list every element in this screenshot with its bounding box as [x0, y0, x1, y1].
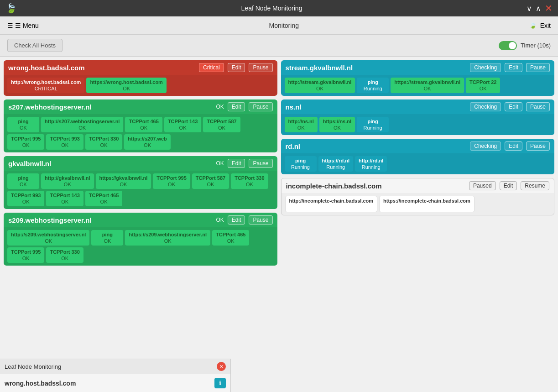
- service-tile[interactable]: TCPPort 587OK: [192, 173, 229, 189]
- status-ok-s209: OK: [216, 217, 224, 223]
- host-name-stream: stream.gkvalbnwll.nl: [286, 64, 467, 72]
- service-tile[interactable]: TCPPort 995OK: [153, 173, 190, 189]
- service-tile[interactable]: http://s207.webhostingserver.nlOK: [41, 117, 123, 132]
- host-card-wrong-host: wrong.host.badssl.com Critical Edit Paus…: [4, 60, 277, 96]
- pause-button-s209[interactable]: Pause: [249, 215, 272, 225]
- service-tile[interactable]: https://gkvalbnwll.nlOK: [96, 173, 151, 189]
- service-tile[interactable]: http://wrong.host.badssl.com CRITICAL: [7, 78, 84, 93]
- status-checking-rd: Checking: [470, 141, 501, 151]
- restore-button[interactable]: ∧: [536, 4, 541, 13]
- edit-button-incomplete[interactable]: Edit: [500, 181, 517, 190]
- menu-label: ☰ Menu: [15, 22, 39, 29]
- notification-title: Leaf Node Monitoring: [5, 363, 61, 370]
- toggle-knob: [509, 42, 516, 49]
- notification-close-button[interactable]: ×: [217, 362, 226, 371]
- service-tile[interactable]: http://ns.nlOK: [285, 117, 318, 132]
- service-tile[interactable]: https://ns.nlOK: [319, 117, 355, 132]
- pause-button-ns[interactable]: Pause: [526, 102, 550, 111]
- edit-button-ns[interactable]: Edit: [505, 102, 522, 111]
- service-tile[interactable]: pingRunning: [357, 117, 389, 132]
- status-ok-gkvalbnwll: OK: [216, 160, 224, 167]
- menu-center-label: Monitoring: [269, 22, 299, 29]
- services-grid-rd: pingRunning https://rd.nlRunning http://…: [281, 153, 555, 174]
- host-header-s209: s209.webhostingserver.nl OK Edit Pause: [4, 213, 277, 227]
- service-tile[interactable]: http://incomplete-chain.badssl.com: [285, 196, 378, 212]
- pause-button-gkvalbnwll[interactable]: Pause: [249, 159, 272, 168]
- host-header-stream: stream.gkvalbnwll.nl Checking Edit Pause: [281, 60, 555, 75]
- service-tile[interactable]: pingOK: [7, 117, 39, 132]
- right-column: stream.gkvalbnwll.nl Checking Edit Pause…: [279, 60, 555, 388]
- window-controls: ∨ ∧ ✕: [527, 3, 553, 14]
- close-button[interactable]: ✕: [545, 3, 553, 14]
- service-tile[interactable]: TCPPort 465OK: [212, 230, 249, 246]
- service-tile[interactable]: http://stream.gkvalbnwll.nlOK: [285, 78, 355, 93]
- status-ok-s207: OK: [216, 104, 224, 110]
- title-bar: 🍃 Leaf Node Monitoring ∨ ∧ ✕: [0, 0, 558, 16]
- service-tile[interactable]: TCPPort 330OK: [231, 173, 268, 189]
- menu-button[interactable]: ☰ ☰ Menu: [7, 22, 39, 29]
- service-tile[interactable]: http://s209.webhostingserver.nlOK: [7, 230, 89, 246]
- service-tile[interactable]: http://rd.nlRunning: [355, 156, 387, 172]
- service-tile[interactable]: TCPPort 143OK: [46, 191, 83, 206]
- left-column: wrong.host.badssl.com Critical Edit Paus…: [4, 60, 279, 388]
- leaf-logo-icon: 🍃: [5, 3, 17, 14]
- service-tile[interactable]: https://incomplete-chain.badssl.com: [379, 196, 475, 212]
- status-checking-stream: Checking: [470, 63, 501, 72]
- exit-button[interactable]: Exit: [540, 22, 551, 29]
- status-badge-critical: Critical: [199, 63, 224, 72]
- pause-button-rd[interactable]: Pause: [526, 141, 550, 151]
- service-tile[interactable]: TCPPort 993OK: [46, 134, 83, 150]
- service-tile[interactable]: TCPPort 22OK: [466, 78, 500, 93]
- service-tile[interactable]: TCPPort 330OK: [85, 134, 122, 150]
- service-tile[interactable]: pingRunning: [285, 156, 317, 172]
- host-card-s207: s207.webhostingserver.nl OK Edit Pause p…: [4, 99, 277, 152]
- pause-button-s207[interactable]: Pause: [249, 102, 272, 111]
- services-grid-gkvalbnwll: pingOK http://gkvalbnwll.nlOK https://gk…: [4, 171, 277, 209]
- edit-button-s207[interactable]: Edit: [228, 102, 245, 111]
- host-name-wrong-host: wrong.host.badssl.com: [8, 64, 195, 72]
- host-header-wrong-host: wrong.host.badssl.com Critical Edit Paus…: [4, 60, 277, 75]
- service-tile[interactable]: TCPPort 995OK: [7, 134, 44, 150]
- service-tile[interactable]: TCPPort 330OK: [46, 247, 83, 263]
- service-tile[interactable]: TCPPort 465OK: [85, 191, 122, 206]
- host-card-rd: rd.nl Checking Edit Pause pingRunning ht…: [281, 139, 555, 174]
- service-tile[interactable]: pingOK: [7, 173, 39, 189]
- host-card-ns: ns.nl Checking Edit Pause http://ns.nlOK…: [281, 99, 555, 135]
- app-title: Leaf Node Monitoring: [17, 5, 527, 12]
- service-tile[interactable]: https://wrong.host.badssl.com OK: [86, 78, 167, 93]
- service-tile[interactable]: TCPPort 993OK: [7, 191, 44, 206]
- service-tile[interactable]: https://stream.gkvalbnwll.nlOK: [391, 78, 464, 93]
- service-tile[interactable]: TCPPort 587OK: [203, 117, 240, 132]
- service-tile[interactable]: pingOK: [91, 230, 123, 246]
- host-header-s207: s207.webhostingserver.nl OK Edit Pause: [4, 99, 277, 114]
- notification-info-button[interactable]: ℹ: [214, 378, 226, 388]
- services-grid-stream: http://stream.gkvalbnwll.nlOK pingRunnin…: [281, 75, 555, 96]
- resume-button-incomplete[interactable]: Resume: [521, 181, 549, 190]
- pause-button-stream[interactable]: Pause: [526, 63, 550, 72]
- service-tile[interactable]: TCPPort 143OK: [164, 117, 201, 132]
- pause-button-wrong-host[interactable]: Pause: [249, 63, 272, 72]
- service-tile[interactable]: pingRunning: [357, 78, 389, 93]
- service-tile[interactable]: http://gkvalbnwll.nlOK: [41, 173, 94, 189]
- service-tile[interactable]: https://rd.nlRunning: [318, 156, 354, 172]
- check-all-hosts-button[interactable]: Check All Hosts: [7, 39, 63, 52]
- menu-bar: ☰ ☰ Menu Monitoring 🍃 Exit: [0, 16, 558, 35]
- edit-button-gkvalbnwll[interactable]: Edit: [228, 159, 245, 168]
- host-header-ns: ns.nl Checking Edit Pause: [281, 99, 555, 114]
- services-grid-s207: pingOK http://s207.webhostingserver.nlOK…: [4, 114, 277, 152]
- status-checking-ns: Checking: [470, 102, 501, 111]
- service-tile[interactable]: https://s207.webOK: [124, 134, 171, 150]
- host-name-s207: s207.webhostingserver.nl: [8, 103, 212, 111]
- edit-button-s209[interactable]: Edit: [228, 215, 245, 225]
- edit-button-wrong-host[interactable]: Edit: [228, 63, 245, 72]
- service-tile[interactable]: TCPPort 465OK: [125, 117, 162, 132]
- host-name-rd: rd.nl: [286, 142, 467, 150]
- service-tile[interactable]: https://s209.webhostingserver.nlOK: [125, 230, 210, 246]
- edit-button-stream[interactable]: Edit: [505, 63, 522, 72]
- host-name-incomplete: incomplete-chain.badssl.com: [286, 182, 465, 190]
- timer-toggle[interactable]: [499, 41, 517, 50]
- edit-button-rd[interactable]: Edit: [505, 141, 522, 151]
- service-tile[interactable]: TCPPort 995OK: [7, 247, 44, 263]
- notification-body: wrong.host.badssl.com ℹ: [0, 374, 230, 392]
- minimize-button[interactable]: ∨: [527, 4, 532, 13]
